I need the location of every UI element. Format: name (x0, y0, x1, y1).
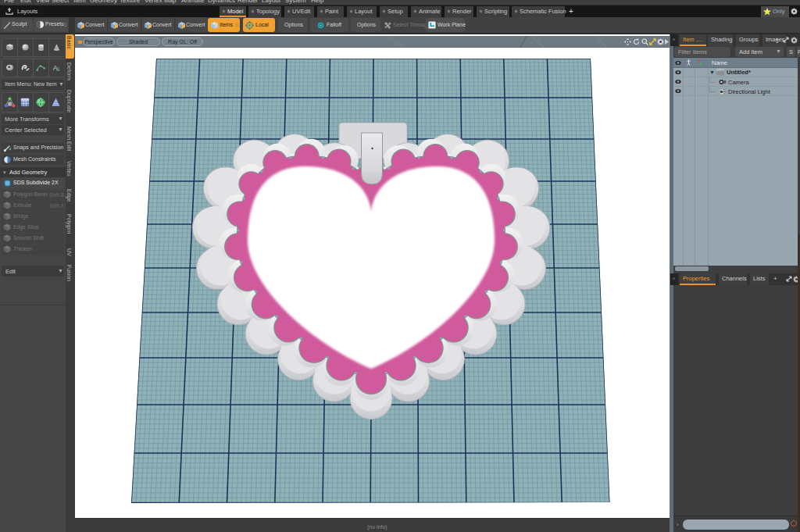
svg-text:&: & (57, 66, 61, 72)
